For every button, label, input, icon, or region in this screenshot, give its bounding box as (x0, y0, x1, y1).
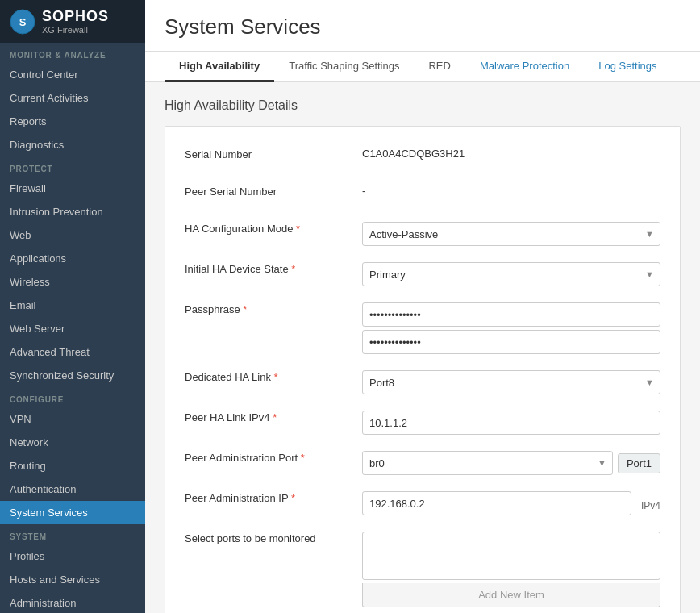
serial-number-value: C1A0A4CDQBG3H21 (362, 143, 660, 160)
sophos-logo-icon: S (10, 9, 35, 35)
monitor-ports-area (362, 532, 660, 580)
sidebar-item-profiles[interactable]: Profiles (0, 544, 145, 568)
content-area: High Availability Details Serial Number … (145, 82, 700, 613)
sidebar-item-reports[interactable]: Reports (0, 110, 145, 133)
sidebar-item-diagnostics[interactable]: Diagnostics (0, 133, 145, 156)
sidebar-section-monitor: MONITOR & ANALYZE Control Center Current… (0, 43, 145, 156)
tabs-bar: High Availability Traffic Shaping Settin… (145, 52, 700, 82)
ha-config-select[interactable]: Active-Passive Active-Active (362, 222, 660, 246)
dedicated-ha-select[interactable]: Port8 Port1 Port2 (362, 370, 660, 394)
peer-admin-ip-field: IPv4 (362, 486, 660, 515)
peer-admin-ip-label: Peer Administration IP * (185, 486, 362, 506)
sidebar-item-advanced-threat[interactable]: Advanced Threat (0, 340, 145, 364)
peer-admin-ip-badge: IPv4 (636, 495, 660, 511)
sidebar-section-label-configure: CONFIGURE (0, 387, 145, 407)
sidebar-item-synchronized-security[interactable]: Synchronized Security (0, 364, 145, 387)
sidebar-item-authentication[interactable]: Authentication (0, 477, 145, 501)
tab-malware-protection[interactable]: Malware Protection (465, 52, 584, 82)
peer-admin-port-row: br0 Port1 Port2 ▼ Port1 (362, 451, 660, 475)
sidebar-item-administration[interactable]: Administration (0, 591, 145, 613)
sidebar-item-current-activities[interactable]: Current Activities (0, 86, 145, 110)
sidebar-item-web-server[interactable]: Web Server (0, 317, 145, 340)
peer-admin-port-select-wrapper: br0 Port1 Port2 ▼ (362, 451, 613, 475)
peer-admin-port-select[interactable]: br0 Port1 Port2 (362, 451, 613, 475)
sidebar-item-wireless[interactable]: Wireless (0, 270, 145, 294)
peer-admin-ip-required: * (291, 492, 295, 504)
serial-number-label: Serial Number (185, 143, 362, 162)
initial-ha-required: * (291, 263, 295, 275)
peer-ha-ipv4-label: Peer HA Link IPv4 * (185, 406, 362, 425)
sidebar-item-hosts-and-services[interactable]: Hosts and Services (0, 568, 145, 591)
passphrase-label: Passphrase * (185, 298, 362, 317)
sidebar-item-firewall[interactable]: Firewall (0, 177, 145, 200)
ha-config-field: Active-Passive Active-Active ▼ (362, 217, 660, 246)
sidebar-section-system: SYSTEM Profiles Hosts and Services Admin… (0, 524, 145, 613)
ha-config-label: HA Configuration Mode * (185, 217, 362, 236)
initial-ha-select-wrapper: Primary Auxiliary ▼ (362, 262, 660, 286)
passphrase-confirm-input[interactable] (362, 330, 660, 354)
form-row-peer-ha-ipv4: Peer HA Link IPv4 * (185, 406, 660, 435)
sidebar-section-configure: CONFIGURE VPN Network Routing Authentica… (0, 387, 145, 524)
peer-admin-ip-row: IPv4 (362, 491, 660, 515)
logo-sub: XG Firewall (42, 25, 109, 35)
peer-ha-ipv4-field (362, 406, 660, 435)
tab-traffic-shaping[interactable]: Traffic Shaping Settings (274, 52, 414, 82)
sidebar-item-network[interactable]: Network (0, 431, 145, 454)
sidebar-section-label-system: SYSTEM (0, 524, 145, 544)
peer-admin-port-badge: Port1 (618, 453, 660, 473)
sidebar-item-vpn[interactable]: VPN (0, 407, 145, 431)
peer-admin-port-field: br0 Port1 Port2 ▼ Port1 (362, 446, 660, 475)
sidebar-section-protect: PROTECT Firewall Intrusion Prevention We… (0, 156, 145, 387)
peer-serial-value: - (362, 180, 660, 197)
dedicated-ha-required: * (274, 371, 278, 383)
form-row-serial: Serial Number C1A0A4CDQBG3H21 (185, 143, 660, 169)
main-content: System Services High Availability Traffi… (145, 0, 700, 613)
initial-ha-field: Primary Auxiliary ▼ (362, 257, 660, 286)
tab-red[interactable]: RED (414, 52, 465, 82)
form-row-peer-serial: Peer Serial Number - (185, 180, 660, 206)
peer-admin-port-label: Peer Administration Port * (185, 446, 362, 465)
sidebar-item-routing[interactable]: Routing (0, 454, 145, 477)
initial-ha-label: Initial HA Device State * (185, 257, 362, 277)
passphrase-required: * (243, 303, 247, 315)
form-row-monitor-ports: Select ports to be monitored Add New Ite… (185, 527, 660, 607)
form-row-initial-ha: Initial HA Device State * Primary Auxili… (185, 257, 660, 286)
tab-high-availability[interactable]: High Availability (165, 52, 274, 82)
sidebar-section-label-protect: PROTECT (0, 156, 145, 177)
monitor-ports-field: Add New Item (362, 527, 660, 607)
form-row-passphrase: Passphrase * (185, 298, 660, 354)
initial-ha-select[interactable]: Primary Auxiliary (362, 262, 660, 286)
peer-admin-port-required: * (301, 452, 305, 464)
sidebar: S SOPHOS XG Firewall MONITOR & ANALYZE C… (0, 0, 145, 613)
peer-ha-ipv4-required: * (273, 411, 277, 423)
tab-log-settings[interactable]: Log Settings (584, 52, 671, 82)
passphrase-input[interactable] (362, 302, 660, 327)
form-row-ha-config: HA Configuration Mode * Active-Passive A… (185, 217, 660, 246)
sidebar-logo: S SOPHOS XG Firewall (0, 0, 145, 43)
sidebar-item-control-center[interactable]: Control Center (0, 63, 145, 86)
monitor-ports-label: Select ports to be monitored (185, 527, 362, 546)
sidebar-item-web[interactable]: Web (0, 223, 145, 247)
sidebar-item-applications[interactable]: Applications (0, 247, 145, 270)
dedicated-ha-label: Dedicated HA Link * (185, 365, 362, 385)
sidebar-item-system-services[interactable]: System Services (0, 501, 145, 524)
passphrase-field (362, 298, 660, 354)
dedicated-ha-select-wrapper: Port8 Port1 Port2 ▼ (362, 370, 660, 394)
logo-text: SOPHOS (42, 8, 109, 24)
peer-serial-label: Peer Serial Number (185, 180, 362, 199)
sidebar-item-intrusion-prevention[interactable]: Intrusion Prevention (0, 200, 145, 223)
form-card: Serial Number C1A0A4CDQBG3H21 Peer Seria… (165, 126, 681, 613)
svg-text:S: S (19, 16, 27, 28)
peer-ha-ipv4-input[interactable] (362, 411, 660, 435)
dedicated-ha-field: Port8 Port1 Port2 ▼ (362, 365, 660, 394)
add-new-item-button[interactable]: Add New Item (362, 583, 660, 607)
page-header: System Services (145, 0, 700, 52)
section-title: High Availability Details (165, 98, 681, 113)
page-title: System Services (165, 15, 681, 40)
peer-admin-ip-input[interactable] (362, 491, 631, 515)
ha-config-required: * (296, 223, 300, 235)
ha-config-select-wrapper: Active-Passive Active-Active ▼ (362, 222, 660, 246)
form-row-dedicated-ha: Dedicated HA Link * Port8 Port1 Port2 ▼ (185, 365, 660, 394)
form-row-peer-admin-port: Peer Administration Port * br0 Port1 Por… (185, 446, 660, 475)
sidebar-item-email[interactable]: Email (0, 294, 145, 317)
